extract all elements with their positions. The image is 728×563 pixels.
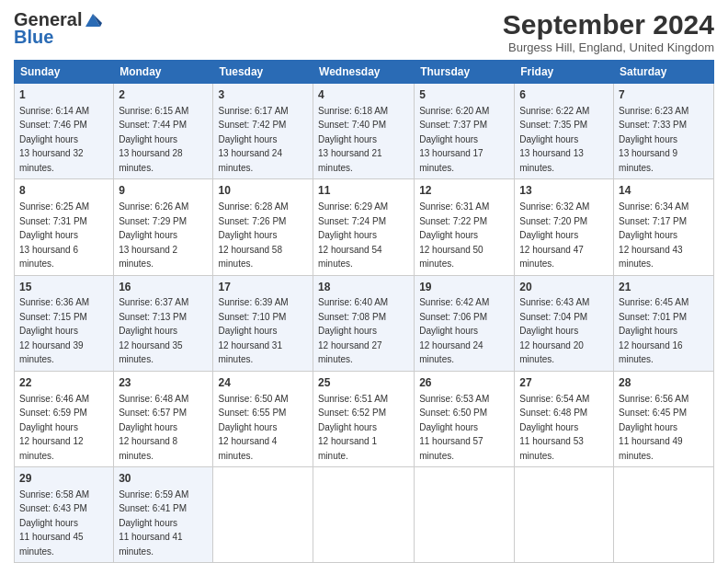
logo: General Blue xyxy=(14,9,102,48)
table-row: 5Sunrise: 6:20 AMSunset: 7:37 PMDaylight… xyxy=(415,84,515,179)
day-number: 21 xyxy=(619,280,709,295)
logo-icon xyxy=(84,12,102,29)
table-row: 7Sunrise: 6:23 AMSunset: 7:33 PMDaylight… xyxy=(614,84,714,179)
table-row: 13Sunrise: 6:32 AMSunset: 7:20 PMDayligh… xyxy=(515,179,614,275)
day-info: Sunrise: 6:36 AMSunset: 7:15 PMDaylight … xyxy=(19,297,89,364)
day-number: 24 xyxy=(218,375,308,391)
day-info: Sunrise: 6:53 AMSunset: 6:50 PMDaylight … xyxy=(419,394,489,461)
table-row: 23Sunrise: 6:48 AMSunset: 6:57 PMDayligh… xyxy=(114,371,213,466)
day-info: Sunrise: 6:37 AMSunset: 7:13 PMDaylight … xyxy=(119,297,188,364)
table-row: 19Sunrise: 6:42 AMSunset: 7:06 PMDayligh… xyxy=(415,275,515,371)
col-monday: Monday xyxy=(114,61,213,84)
day-info: Sunrise: 6:25 AMSunset: 7:31 PMDaylight … xyxy=(19,201,89,269)
day-info: Sunrise: 6:15 AMSunset: 7:44 PMDaylight … xyxy=(119,106,188,173)
col-tuesday: Tuesday xyxy=(213,61,313,84)
table-row: 30Sunrise: 6:59 AMSunset: 6:41 PMDayligh… xyxy=(114,467,213,563)
table-row: 16Sunrise: 6:37 AMSunset: 7:13 PMDayligh… xyxy=(114,275,213,371)
day-info: Sunrise: 6:29 AMSunset: 7:24 PMDaylight … xyxy=(318,201,388,269)
table-row xyxy=(415,467,515,563)
table-row xyxy=(313,467,415,563)
day-number: 19 xyxy=(419,280,509,295)
table-row: 12Sunrise: 6:31 AMSunset: 7:22 PMDayligh… xyxy=(415,179,515,275)
day-info: Sunrise: 6:43 AMSunset: 7:04 PMDaylight … xyxy=(519,297,589,364)
day-number: 2 xyxy=(119,87,208,103)
day-number: 22 xyxy=(19,375,108,391)
table-row xyxy=(515,467,614,563)
day-info: Sunrise: 6:31 AMSunset: 7:22 PMDaylight … xyxy=(419,201,489,269)
day-number: 7 xyxy=(619,87,709,103)
table-row: 4Sunrise: 6:18 AMSunset: 7:40 PMDaylight… xyxy=(313,84,415,179)
table-row xyxy=(213,467,313,563)
day-number: 29 xyxy=(19,471,108,487)
day-number: 10 xyxy=(218,183,308,199)
day-info: Sunrise: 6:42 AMSunset: 7:06 PMDaylight … xyxy=(419,297,489,364)
day-number: 16 xyxy=(119,280,208,295)
day-number: 23 xyxy=(119,375,208,391)
day-info: Sunrise: 6:17 AMSunset: 7:42 PMDaylight … xyxy=(218,106,288,173)
table-row: 6Sunrise: 6:22 AMSunset: 7:35 PMDaylight… xyxy=(515,84,614,179)
day-number: 12 xyxy=(419,183,509,199)
day-info: Sunrise: 6:50 AMSunset: 6:55 PMDaylight … xyxy=(218,394,288,461)
table-row: 22Sunrise: 6:46 AMSunset: 6:59 PMDayligh… xyxy=(15,371,114,466)
table-row xyxy=(614,467,714,563)
day-info: Sunrise: 6:54 AMSunset: 6:48 PMDaylight … xyxy=(519,394,589,461)
day-number: 13 xyxy=(519,183,609,199)
day-info: Sunrise: 6:40 AMSunset: 7:08 PMDaylight … xyxy=(318,297,388,364)
table-row: 9Sunrise: 6:26 AMSunset: 7:29 PMDaylight… xyxy=(114,179,213,275)
month-title: September 2024 xyxy=(503,9,714,40)
day-info: Sunrise: 6:20 AMSunset: 7:37 PMDaylight … xyxy=(419,106,489,173)
day-info: Sunrise: 6:58 AMSunset: 6:43 PMDaylight … xyxy=(19,489,89,557)
day-number: 8 xyxy=(19,183,108,199)
table-row: 26Sunrise: 6:53 AMSunset: 6:50 PMDayligh… xyxy=(415,371,515,466)
table-row: 10Sunrise: 6:28 AMSunset: 7:26 PMDayligh… xyxy=(213,179,313,275)
col-thursday: Thursday xyxy=(415,61,515,84)
day-number: 18 xyxy=(318,280,409,295)
day-number: 6 xyxy=(519,87,609,103)
day-info: Sunrise: 6:34 AMSunset: 7:17 PMDaylight … xyxy=(619,201,688,269)
table-row: 21Sunrise: 6:45 AMSunset: 7:01 PMDayligh… xyxy=(614,275,714,371)
day-info: Sunrise: 6:39 AMSunset: 7:10 PMDaylight … xyxy=(218,297,288,364)
day-number: 17 xyxy=(218,280,308,295)
table-row: 18Sunrise: 6:40 AMSunset: 7:08 PMDayligh… xyxy=(313,275,415,371)
day-info: Sunrise: 6:14 AMSunset: 7:46 PMDaylight … xyxy=(19,106,89,173)
table-row: 28Sunrise: 6:56 AMSunset: 6:45 PMDayligh… xyxy=(614,371,714,466)
col-sunday: Sunday xyxy=(15,61,114,84)
day-number: 15 xyxy=(19,280,108,295)
day-info: Sunrise: 6:51 AMSunset: 6:52 PMDaylight … xyxy=(318,394,388,461)
day-info: Sunrise: 6:18 AMSunset: 7:40 PMDaylight … xyxy=(318,106,388,173)
table-row: 24Sunrise: 6:50 AMSunset: 6:55 PMDayligh… xyxy=(213,371,313,466)
table-row: 2Sunrise: 6:15 AMSunset: 7:44 PMDaylight… xyxy=(114,84,213,179)
table-row: 20Sunrise: 6:43 AMSunset: 7:04 PMDayligh… xyxy=(515,275,614,371)
day-number: 14 xyxy=(619,183,709,199)
logo-blue: Blue xyxy=(14,27,53,48)
location: Burgess Hill, England, United Kingdom xyxy=(503,40,714,54)
day-number: 1 xyxy=(19,87,108,103)
day-number: 3 xyxy=(218,87,308,103)
day-number: 9 xyxy=(119,183,208,199)
table-row: 8Sunrise: 6:25 AMSunset: 7:31 PMDaylight… xyxy=(15,179,114,275)
table-row: 3Sunrise: 6:17 AMSunset: 7:42 PMDaylight… xyxy=(213,84,313,179)
day-info: Sunrise: 6:46 AMSunset: 6:59 PMDaylight … xyxy=(19,394,89,461)
table-row: 29Sunrise: 6:58 AMSunset: 6:43 PMDayligh… xyxy=(15,467,114,563)
col-wednesday: Wednesday xyxy=(313,61,415,84)
day-number: 4 xyxy=(318,87,409,103)
day-info: Sunrise: 6:56 AMSunset: 6:45 PMDaylight … xyxy=(619,394,688,461)
day-info: Sunrise: 6:59 AMSunset: 6:41 PMDaylight … xyxy=(119,489,188,557)
day-number: 27 xyxy=(519,375,609,391)
table-row: 15Sunrise: 6:36 AMSunset: 7:15 PMDayligh… xyxy=(15,275,114,371)
day-number: 25 xyxy=(318,375,409,391)
calendar-table: Sunday Monday Tuesday Wednesday Thursday… xyxy=(14,60,714,563)
day-number: 26 xyxy=(419,375,509,391)
page-header: General Blue September 2024 Burgess Hill… xyxy=(14,9,714,54)
table-row: 14Sunrise: 6:34 AMSunset: 7:17 PMDayligh… xyxy=(614,179,714,275)
day-number: 11 xyxy=(318,183,409,199)
day-info: Sunrise: 6:28 AMSunset: 7:26 PMDaylight … xyxy=(218,201,288,269)
day-number: 20 xyxy=(519,280,609,295)
day-info: Sunrise: 6:26 AMSunset: 7:29 PMDaylight … xyxy=(119,201,188,269)
table-row: 17Sunrise: 6:39 AMSunset: 7:10 PMDayligh… xyxy=(213,275,313,371)
table-row: 27Sunrise: 6:54 AMSunset: 6:48 PMDayligh… xyxy=(515,371,614,466)
col-friday: Friday xyxy=(515,61,614,84)
day-info: Sunrise: 6:48 AMSunset: 6:57 PMDaylight … xyxy=(119,394,188,461)
day-number: 28 xyxy=(619,375,709,391)
day-info: Sunrise: 6:45 AMSunset: 7:01 PMDaylight … xyxy=(619,297,688,364)
